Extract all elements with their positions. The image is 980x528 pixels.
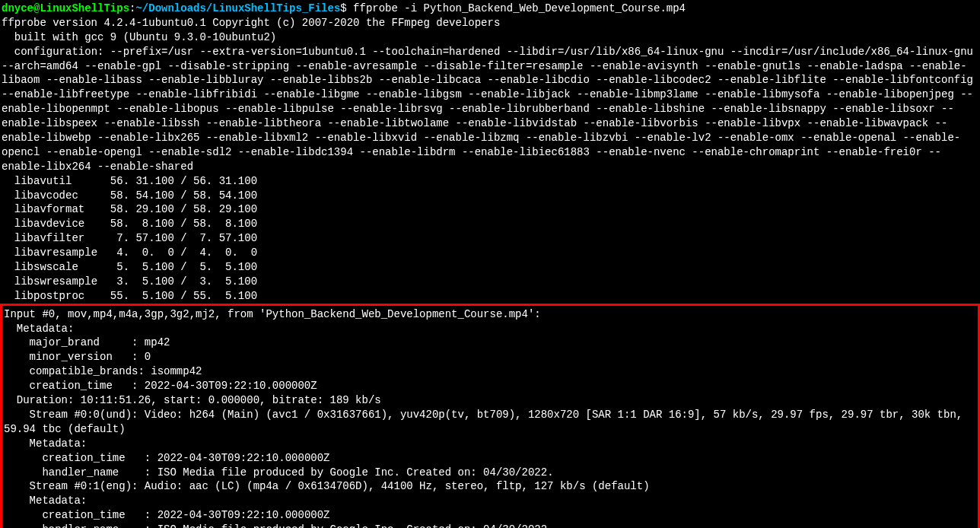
terminal-output[interactable]: dnyce@LinuxShellTips:~/Downloads/LinuxSh…	[2, 2, 978, 528]
duration: Duration: 10:11:51.26, start: 0.000000, …	[4, 394, 381, 406]
audio-handler-name: handler_name : ISO Media file produced b…	[4, 523, 554, 528]
metadata-header: Metadata:	[4, 323, 74, 335]
video-creation-time: creation_time : 2022-04-30T09:22:10.0000…	[4, 452, 329, 464]
audio-metadata: Metadata:	[4, 495, 87, 507]
command-text: ffprobe -i Python_Backend_Web_Developmen…	[353, 2, 686, 14]
libavcodec: libavcodec 58. 54.100 / 58. 54.100	[2, 189, 257, 202]
major-brand: major_brand : mp42	[4, 336, 170, 348]
libpostproc: libpostproc 55. 5.100 / 55. 5.100	[2, 290, 257, 302]
input-line: Input #0, mov,mp4,m4a,3gp,3g2,mj2, from …	[4, 308, 541, 320]
stream-audio: Stream #0:1(eng): Audio: aac (LC) (mp4a …	[4, 480, 650, 492]
video-handler-name: handler_name : ISO Media file produced b…	[4, 466, 554, 479]
stream-video: Stream #0:0(und): Video: h264 (Main) (av…	[4, 409, 969, 435]
libavresample: libavresample 4. 0. 0 / 4. 0. 0	[2, 247, 257, 259]
video-metadata: Metadata:	[4, 437, 87, 450]
libavdevice: libavdevice 58. 8.100 / 58. 8.100	[2, 218, 257, 230]
prompt-path: ~/Downloads/LinuxShellTips_Files	[135, 2, 340, 14]
libavformat: libavformat 58. 29.100 / 58. 29.100	[2, 203, 257, 215]
metadata-highlight-box: Input #0, mov,mp4,m4a,3gp,3g2,mj2, from …	[0, 304, 980, 528]
libswresample: libswresample 3. 5.100 / 3. 5.100	[2, 275, 257, 288]
prompt-user: dnyce	[2, 2, 33, 14]
prompt-dollar: $	[340, 2, 353, 14]
built-with: built with gcc 9 (Ubuntu 9.3.0-10ubuntu2…	[2, 31, 276, 43]
compatible-brands: compatible_brands: isommp42	[4, 365, 202, 377]
prompt-host: LinuxShellTips	[40, 2, 129, 14]
libswscale: libswscale 5. 5.100 / 5. 5.100	[2, 261, 257, 273]
libavfilter: libavfilter 7. 57.100 / 7. 57.100	[2, 232, 257, 244]
audio-creation-time: creation_time : 2022-04-30T09:22:10.0000…	[4, 509, 329, 521]
ffprobe-version: ffprobe version 4.2.4-1ubuntu0.1 Copyrig…	[2, 17, 500, 29]
libavutil: libavutil 56. 31.100 / 56. 31.100	[2, 175, 257, 187]
creation-time: creation_time : 2022-04-30T09:22:10.0000…	[4, 380, 317, 392]
configuration: configuration: --prefix=/usr --extra-ver…	[2, 46, 979, 173]
prompt-line-1: dnyce@LinuxShellTips:~/Downloads/LinuxSh…	[2, 2, 686, 14]
minor-version: minor_version : 0	[4, 351, 151, 363]
